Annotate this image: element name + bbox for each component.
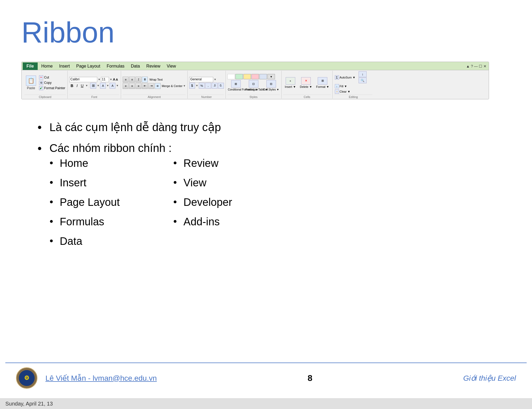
wrap-text-button[interactable]: ≣: [142, 77, 148, 82]
bold-button[interactable]: B: [69, 83, 75, 88]
copy-icon: ⧉: [39, 81, 43, 85]
font-size-arrow[interactable]: ▼: [110, 78, 112, 81]
ribbon-toolbar: 📋 Paste ✂ Cut ⧉ Copy: [22, 70, 489, 99]
currency-arrow[interactable]: ▼: [196, 84, 198, 87]
sort-filter-icon[interactable]: ↕: [359, 71, 367, 77]
sub-bullet-list-left: Home Insert Page Layout Formulas: [49, 157, 120, 255]
group-cells: + Insert ▼ ✕ Delete ▼ ⊞ Format ▼ Cells: [282, 71, 333, 99]
paste-icon: 📋: [26, 76, 36, 86]
fill-color-arrow[interactable]: ▼: [106, 84, 109, 87]
clipboard-body: 📋 Paste ✂ Cut ⧉ Copy: [24, 71, 66, 94]
university-logo: ⚙: [16, 367, 37, 389]
bottom-bar: Sunday, April 21, 13: [0, 398, 532, 409]
align-top-left-button[interactable]: ≡: [123, 77, 129, 82]
decrease-decimal-button[interactable]: 0.: [218, 83, 224, 89]
style-swatch[interactable]: [235, 74, 243, 79]
restore-icon[interactable]: ☐: [479, 64, 482, 68]
format-cells-button[interactable]: ⊞ Format ▼: [314, 77, 331, 89]
format-cells-label: Format ▼: [316, 85, 329, 88]
tab-review[interactable]: Review: [143, 62, 164, 70]
style-swatch[interactable]: [251, 74, 259, 79]
sub-bullet-data: Data: [49, 235, 120, 247]
insert-cells-button[interactable]: + Insert ▼: [283, 77, 297, 89]
cell-styles-button[interactable]: ⊟ Cell Styles ▼: [263, 80, 280, 91]
footer-author[interactable]: Lê Viết Mẫn - lvman@hce.edu.vn: [45, 374, 157, 383]
style-swatch[interactable]: [243, 74, 251, 79]
sub-bullet-developer: Developer: [173, 196, 232, 208]
delete-cells-button[interactable]: ✕ Delete ▼: [298, 77, 314, 89]
question-icon[interactable]: ?: [471, 64, 473, 68]
fill-color-button[interactable]: A: [100, 83, 106, 89]
sub-bullet-page-layout: Page Layout: [49, 196, 120, 208]
bullet-text-1: Là các cụm lệnh dễ dàng truy cập: [49, 121, 221, 134]
clear-button[interactable]: ✧ Clear ▼: [334, 89, 351, 94]
cut-label: Cut: [44, 76, 49, 79]
autosum-icon: Σ: [335, 75, 339, 80]
sub-bullet-formulas: Formulas: [49, 216, 120, 228]
font-row1: Calibri ▼ 11 ▼ A A: [69, 77, 119, 82]
tab-data[interactable]: Data: [128, 62, 143, 70]
format-as-table-button[interactable]: ⊡ Format as Table ▼: [245, 80, 262, 91]
sub-bullet-home: Home: [49, 157, 120, 169]
tab-formulas[interactable]: Formulas: [103, 62, 128, 70]
cut-button[interactable]: ✂ Cut: [38, 75, 66, 80]
format-painter-button[interactable]: 🖌 Format Painter: [38, 86, 66, 91]
minimize-icon[interactable]: —: [474, 64, 478, 68]
styles-group-label: Styles: [227, 95, 280, 99]
copy-button[interactable]: ⧉ Copy: [38, 80, 66, 85]
percent-button[interactable]: %: [199, 83, 205, 89]
tab-page-layout[interactable]: Page Layout: [73, 62, 103, 70]
tab-home[interactable]: Home: [38, 62, 56, 70]
underline-arrow[interactable]: ▼: [86, 84, 88, 87]
fill-button[interactable]: ↓ Fill ▼: [334, 84, 348, 89]
font-size-select[interactable]: 11: [101, 77, 109, 82]
indent-decrease-button[interactable]: ⇤: [142, 83, 148, 89]
borders-button[interactable]: ⊞: [90, 83, 96, 89]
italic-button[interactable]: I: [75, 83, 79, 88]
tab-view[interactable]: View: [164, 62, 179, 70]
footer-course: Giới thiệu Excel: [463, 374, 516, 383]
underline-button[interactable]: U: [79, 83, 85, 88]
tab-file[interactable]: File: [23, 62, 38, 70]
font-grow-button[interactable]: A: [113, 77, 115, 81]
find-select-icon[interactable]: 🔍: [359, 77, 367, 83]
font-name-select[interactable]: Calibri: [69, 77, 97, 82]
comma-button[interactable]: ,: [205, 83, 211, 89]
sub-bullet-insert: Insert: [49, 177, 120, 189]
group-font: Calibri ▼ 11 ▼ A A B I U ▼: [68, 71, 121, 99]
style-swatch[interactable]: [259, 74, 267, 79]
number-format-arrow[interactable]: ▼: [214, 78, 216, 81]
style-swatches-row: ▼: [227, 74, 275, 79]
font-color-arrow[interactable]: ▼: [116, 84, 119, 87]
style-swatch-more[interactable]: ▼: [267, 74, 275, 79]
font-color-button[interactable]: A: [110, 83, 115, 89]
merge-center-button[interactable]: ⊞: [155, 83, 161, 89]
increase-decimal-button[interactable]: .0: [212, 83, 218, 89]
sub-bullet-view-text: View: [184, 177, 207, 189]
number-controls: General ▼ $ ▼ % , .0 0.: [189, 77, 224, 89]
close-icon[interactable]: ✕: [483, 64, 487, 68]
number-format-select[interactable]: General: [189, 77, 213, 82]
autosum-button[interactable]: Σ AutoSum ▼: [334, 75, 356, 80]
conditional-formatting-label: Conditional Formatting ▼: [228, 88, 244, 91]
help-icon[interactable]: ▲: [466, 64, 470, 68]
align-top-center-button[interactable]: ≡: [129, 77, 135, 82]
align-left-button[interactable]: ≡: [123, 83, 129, 89]
align-top-right-button[interactable]: ⁒: [135, 77, 141, 82]
borders-arrow[interactable]: ▼: [97, 84, 99, 87]
indent-increase-button[interactable]: ⇥: [148, 83, 154, 89]
font-name-arrow[interactable]: ▼: [98, 78, 100, 81]
currency-button[interactable]: $: [189, 83, 195, 89]
group-alignment: ≡ ≡ ⁒ ≣ Wrap Text ≡ ≡ ≡ ⇤: [121, 71, 188, 99]
tab-insert[interactable]: Insert: [56, 62, 73, 70]
align-right-button[interactable]: ≡: [135, 83, 141, 89]
conditional-formatting-button[interactable]: ⊞ Conditional Formatting ▼: [227, 80, 244, 91]
style-swatch[interactable]: [227, 74, 235, 79]
editing-controls: Σ AutoSum ▼ ↕ 🔍 ↓: [334, 71, 367, 94]
paste-button[interactable]: 📋 Paste: [24, 75, 38, 91]
sub-bullet-page-layout-text: Page Layout: [60, 196, 120, 208]
align-center-button[interactable]: ≡: [129, 83, 135, 89]
merge-center-arrow[interactable]: ▼: [183, 84, 186, 87]
number-row1: General ▼: [189, 77, 224, 82]
font-shrink-button[interactable]: A: [116, 78, 118, 81]
